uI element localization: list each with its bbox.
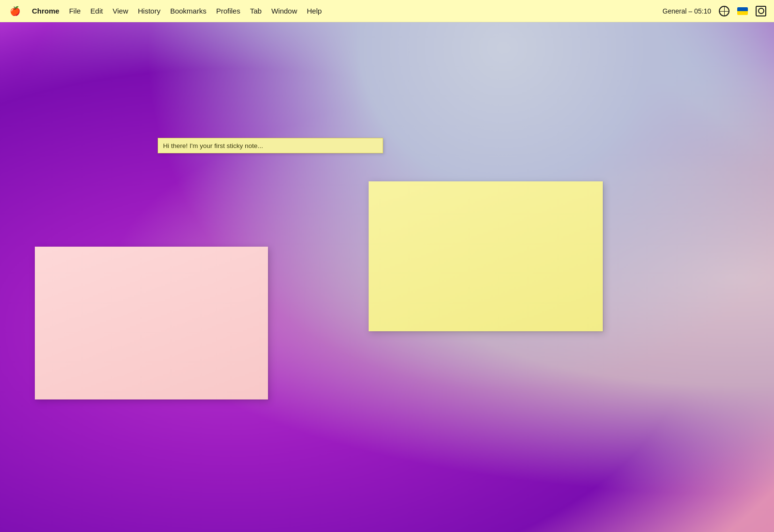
menu-view[interactable]: View — [108, 5, 133, 17]
menu-chrome[interactable]: Chrome — [27, 5, 64, 17]
menu-tab[interactable]: Tab — [245, 5, 267, 17]
apple-menu[interactable]: 🍎 — [6, 4, 24, 18]
menu-bookmarks[interactable]: Bookmarks — [165, 5, 211, 17]
status-time-label[interactable]: General – 05:10 — [661, 6, 713, 16]
menu-window[interactable]: Window — [267, 5, 302, 17]
sticky-note-pink[interactable] — [35, 247, 268, 399]
menu-history[interactable]: History — [133, 5, 165, 17]
flag-icon[interactable] — [735, 6, 750, 16]
flag-bottom — [737, 11, 748, 15]
menu-file[interactable]: File — [64, 5, 86, 17]
camera-icon[interactable] — [754, 5, 768, 17]
menu-help[interactable]: Help — [302, 5, 327, 17]
sticky-note-small[interactable]: Hi there! I'm your first sticky note... — [158, 138, 383, 153]
menu-bar: 🍎 Chrome File Edit View History Bookmark… — [0, 0, 774, 22]
flag-top — [737, 7, 748, 11]
sticky-note-small-text: Hi there! I'm your first sticky note... — [163, 142, 263, 149]
menubar-right-group: General – 05:10 — [661, 5, 768, 17]
menu-edit[interactable]: Edit — [86, 5, 108, 17]
menu-profiles[interactable]: Profiles — [211, 5, 245, 17]
globe-icon[interactable] — [717, 5, 731, 17]
sticky-note-yellow[interactable] — [369, 181, 603, 331]
